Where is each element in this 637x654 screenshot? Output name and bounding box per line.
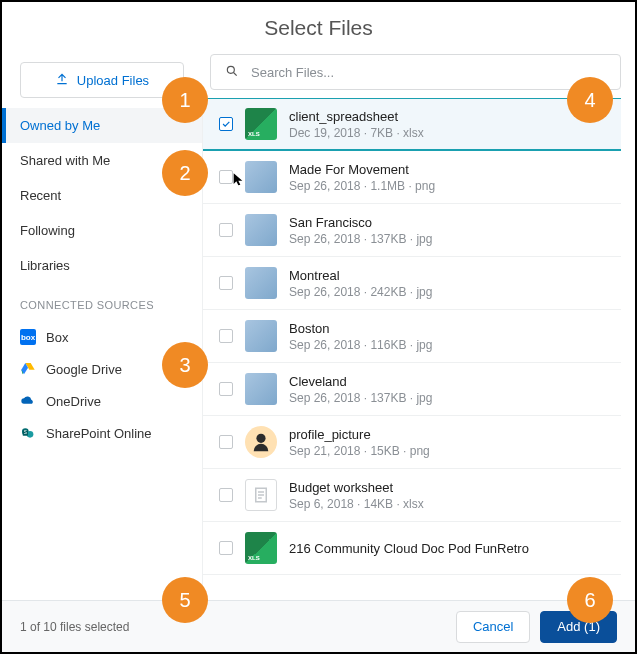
- file-name: Made For Movement: [289, 162, 435, 177]
- connected-source-onedrive[interactable]: OneDrive: [2, 385, 202, 417]
- box-icon: box: [20, 329, 36, 345]
- file-list[interactable]: client_spreadsheetDec 19, 2018 · 7KB · x…: [202, 98, 621, 600]
- file-row[interactable]: San FranciscoSep 26, 2018 · 137KB · jpg: [203, 204, 621, 257]
- file-checkbox[interactable]: [219, 488, 233, 502]
- connected-source-google-drive[interactable]: Google Drive: [2, 353, 202, 385]
- file-meta: Sep 21, 2018 · 15KB · png: [289, 444, 430, 458]
- sidebar-item-label: Libraries: [20, 258, 70, 273]
- sidebar-item-label: Shared with Me: [20, 153, 110, 168]
- file-row[interactable]: MontrealSep 26, 2018 · 242KB · jpg: [203, 257, 621, 310]
- file-checkbox[interactable]: [219, 276, 233, 290]
- file-row[interactable]: 216 Community Cloud Doc Pod FunRetro: [203, 522, 621, 575]
- file-checkbox[interactable]: [219, 435, 233, 449]
- svg-text:S: S: [24, 430, 27, 435]
- file-info: client_spreadsheetDec 19, 2018 · 7KB · x…: [289, 109, 424, 140]
- selection-status: 1 of 10 files selected: [20, 620, 446, 634]
- file-thumbnail: [245, 373, 277, 405]
- cancel-label: Cancel: [473, 619, 513, 634]
- sharepoint-icon: S: [20, 425, 36, 441]
- dialog-body: Upload Files Owned by Me Shared with Me …: [2, 46, 635, 600]
- connected-sources-label: CONNECTED SOURCES: [2, 283, 202, 321]
- search-icon: [225, 64, 239, 81]
- file-info: BostonSep 26, 2018 · 116KB · jpg: [289, 321, 432, 352]
- search-box[interactable]: [210, 54, 621, 90]
- connected-label: SharePoint Online: [46, 426, 152, 441]
- file-name: Budget worksheet: [289, 480, 424, 495]
- file-info: ClevelandSep 26, 2018 · 137KB · jpg: [289, 374, 432, 405]
- sidebar-item-libraries[interactable]: Libraries: [2, 248, 202, 283]
- file-name: Cleveland: [289, 374, 432, 389]
- select-files-dialog: Select Files Upload Files Owned by Me Sh…: [0, 0, 637, 654]
- upload-label: Upload Files: [77, 73, 149, 88]
- svg-point-5: [256, 434, 265, 443]
- file-meta: Dec 19, 2018 · 7KB · xlsx: [289, 126, 424, 140]
- file-meta: Sep 26, 2018 · 137KB · jpg: [289, 232, 432, 246]
- file-row[interactable]: Budget worksheetSep 6, 2018 · 14KB · xls…: [203, 469, 621, 522]
- file-name: client_spreadsheet: [289, 109, 424, 124]
- file-name: San Francisco: [289, 215, 432, 230]
- connected-label: Box: [46, 330, 68, 345]
- sidebar-item-label: Following: [20, 223, 75, 238]
- connected-source-sharepoint[interactable]: S SharePoint Online: [2, 417, 202, 449]
- sidebar-item-label: Owned by Me: [20, 118, 100, 133]
- file-thumbnail: [245, 320, 277, 352]
- file-name: 216 Community Cloud Doc Pod FunRetro: [289, 541, 529, 556]
- file-thumbnail: [245, 108, 277, 140]
- file-name: Boston: [289, 321, 432, 336]
- sidebar: Upload Files Owned by Me Shared with Me …: [2, 46, 202, 600]
- sidebar-item-owned-by-me[interactable]: Owned by Me: [2, 108, 202, 143]
- main-pane: client_spreadsheetDec 19, 2018 · 7KB · x…: [202, 46, 635, 600]
- svg-point-4: [227, 66, 234, 73]
- file-row[interactable]: client_spreadsheetDec 19, 2018 · 7KB · x…: [203, 98, 621, 151]
- file-info: 216 Community Cloud Doc Pod FunRetro: [289, 541, 529, 556]
- file-meta: Sep 6, 2018 · 14KB · xlsx: [289, 497, 424, 511]
- file-info: profile_pictureSep 21, 2018 · 15KB · png: [289, 427, 430, 458]
- gdrive-icon: [20, 361, 36, 377]
- file-checkbox[interactable]: [219, 170, 233, 184]
- file-meta: Sep 26, 2018 · 116KB · jpg: [289, 338, 432, 352]
- file-thumbnail: [245, 267, 277, 299]
- add-button[interactable]: Add (1): [540, 611, 617, 643]
- search-input[interactable]: [251, 65, 606, 80]
- file-checkbox[interactable]: [219, 329, 233, 343]
- file-thumbnail: [245, 214, 277, 246]
- file-name: Montreal: [289, 268, 432, 283]
- file-row[interactable]: Made For MovementSep 26, 2018 · 1.1MB · …: [203, 151, 621, 204]
- file-meta: Sep 26, 2018 · 242KB · jpg: [289, 285, 432, 299]
- file-row[interactable]: profile_pictureSep 21, 2018 · 15KB · png: [203, 416, 621, 469]
- sidebar-item-shared-with-me[interactable]: Shared with Me: [2, 143, 202, 178]
- connected-label: OneDrive: [46, 394, 101, 409]
- dialog-title: Select Files: [2, 2, 635, 46]
- file-row[interactable]: BostonSep 26, 2018 · 116KB · jpg: [203, 310, 621, 363]
- file-info: San FranciscoSep 26, 2018 · 137KB · jpg: [289, 215, 432, 246]
- file-thumbnail: [245, 426, 277, 458]
- file-info: Made For MovementSep 26, 2018 · 1.1MB · …: [289, 162, 435, 193]
- file-name: profile_picture: [289, 427, 430, 442]
- file-info: MontrealSep 26, 2018 · 242KB · jpg: [289, 268, 432, 299]
- add-label: Add (1): [557, 619, 600, 634]
- file-thumbnail: [245, 532, 277, 564]
- file-thumbnail: [245, 479, 277, 511]
- sidebar-item-recent[interactable]: Recent: [2, 178, 202, 213]
- upload-icon: [55, 72, 69, 89]
- search-row: [202, 46, 621, 98]
- file-meta: Sep 26, 2018 · 137KB · jpg: [289, 391, 432, 405]
- sidebar-item-following[interactable]: Following: [2, 213, 202, 248]
- file-checkbox[interactable]: [219, 541, 233, 555]
- file-checkbox[interactable]: [219, 223, 233, 237]
- upload-files-button[interactable]: Upload Files: [20, 62, 184, 98]
- file-checkbox[interactable]: [219, 382, 233, 396]
- connected-label: Google Drive: [46, 362, 122, 377]
- sidebar-item-label: Recent: [20, 188, 61, 203]
- file-checkbox[interactable]: [219, 117, 233, 131]
- file-meta: Sep 26, 2018 · 1.1MB · png: [289, 179, 435, 193]
- onedrive-icon: [20, 393, 36, 409]
- file-row[interactable]: ClevelandSep 26, 2018 · 137KB · jpg: [203, 363, 621, 416]
- file-thumbnail: [245, 161, 277, 193]
- connected-source-box[interactable]: box Box: [2, 321, 202, 353]
- cancel-button[interactable]: Cancel: [456, 611, 530, 643]
- dialog-footer: 1 of 10 files selected Cancel Add (1): [2, 600, 635, 652]
- file-info: Budget worksheetSep 6, 2018 · 14KB · xls…: [289, 480, 424, 511]
